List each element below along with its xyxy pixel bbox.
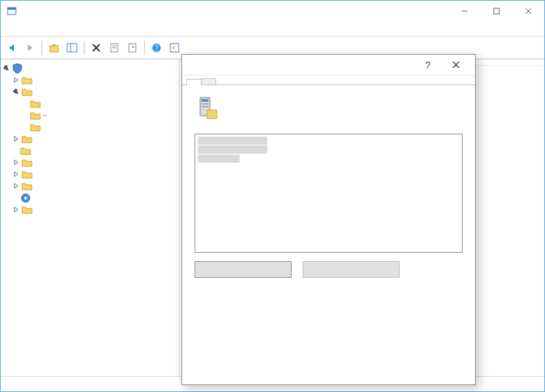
refresh-button[interactable] <box>166 39 183 56</box>
redacted-entry <box>198 136 267 145</box>
menubar <box>1 21 544 37</box>
properties-dialog: ? <box>181 54 476 385</box>
shield-icon <box>12 63 23 74</box>
tab-explain[interactable] <box>201 78 216 84</box>
ipsec-icon <box>20 193 31 204</box>
folder-icon <box>30 98 41 109</box>
expander-icon[interactable] <box>12 76 20 84</box>
tree-node-secopts[interactable] <box>43 127 47 128</box>
dialog-body <box>182 85 475 384</box>
titlebar <box>1 1 544 21</box>
dialog-titlebar: ? <box>182 55 475 75</box>
svg-text:?: ? <box>154 44 159 52</box>
forward-button[interactable] <box>21 39 38 56</box>
tree-node-user-rights[interactable] <box>43 115 47 116</box>
server-icon <box>195 95 220 120</box>
tree-pane <box>1 60 179 376</box>
svg-rect-6 <box>50 46 58 52</box>
redacted-entry <box>198 154 240 163</box>
tree-node-netlist[interactable] <box>33 150 37 152</box>
help-button[interactable]: ? <box>148 39 165 56</box>
export-button[interactable] <box>124 39 141 56</box>
tree-node-root[interactable] <box>25 68 29 69</box>
dialog-close-button[interactable] <box>442 55 470 75</box>
add-user-button[interactable] <box>195 261 292 278</box>
folder-icon <box>21 169 33 180</box>
svg-rect-1 <box>8 8 16 10</box>
tree[interactable] <box>1 60 179 376</box>
svg-rect-3 <box>494 8 499 14</box>
delete-button[interactable] <box>88 39 105 56</box>
tree-node-pubkey[interactable] <box>35 162 39 163</box>
dialog-tabs <box>182 75 475 85</box>
column-header[interactable] <box>468 61 544 66</box>
tree-node-local[interactable] <box>35 91 39 93</box>
svg-rect-26 <box>207 110 217 118</box>
tree-node-firewall[interactable] <box>35 139 39 140</box>
expander-icon[interactable] <box>12 159 20 167</box>
menu-help[interactable] <box>45 28 59 30</box>
folder-icon <box>21 157 33 168</box>
tree-node-softrestrict[interactable] <box>35 174 39 175</box>
dialog-help-button[interactable]: ? <box>414 55 442 75</box>
folder-icon <box>20 145 31 157</box>
maximize-button[interactable] <box>481 1 512 21</box>
folder-icon <box>21 134 33 145</box>
expander-icon[interactable] <box>12 88 20 96</box>
folder-icon <box>30 122 41 133</box>
menu-view[interactable] <box>31 28 45 30</box>
svg-rect-24 <box>202 103 208 105</box>
svg-point-19 <box>24 197 27 199</box>
window-controls <box>449 1 544 21</box>
expander-icon[interactable] <box>12 135 20 143</box>
svg-rect-25 <box>202 106 208 107</box>
svg-rect-23 <box>202 99 208 102</box>
tree-node-appcontrol[interactable] <box>35 186 39 187</box>
tree-node-advaudit[interactable] <box>35 209 39 211</box>
user-list[interactable] <box>195 134 463 253</box>
properties-button[interactable] <box>106 39 123 56</box>
expander-icon[interactable] <box>12 182 20 190</box>
folder-icon <box>21 87 33 98</box>
toolbar-separator <box>84 41 84 55</box>
tab-local-security[interactable] <box>186 79 202 85</box>
toolbar-separator <box>144 41 145 55</box>
folder-icon <box>21 75 33 86</box>
folder-icon <box>21 204 33 215</box>
tree-node-account[interactable] <box>35 80 39 81</box>
expander-icon[interactable] <box>2 64 10 73</box>
menu-file[interactable] <box>3 28 17 30</box>
folder-icon <box>30 110 41 121</box>
menu-action[interactable] <box>17 28 31 30</box>
svg-rect-7 <box>67 44 77 52</box>
app-icon <box>6 6 17 17</box>
tree-node-ipsec[interactable] <box>33 197 37 199</box>
security-settings-list[interactable] <box>468 60 544 376</box>
tree-node-audit[interactable] <box>43 103 47 105</box>
expander-icon[interactable] <box>12 170 20 179</box>
remove-button[interactable] <box>303 261 400 278</box>
expander-icon[interactable] <box>12 206 20 214</box>
back-button[interactable] <box>3 39 20 56</box>
up-button[interactable] <box>46 39 62 56</box>
close-button[interactable] <box>512 1 544 21</box>
toolbar-separator <box>42 41 42 55</box>
redacted-entry <box>198 145 267 154</box>
show-hide-tree-button[interactable] <box>64 39 80 56</box>
minimize-button[interactable] <box>449 1 481 21</box>
folder-icon <box>21 181 33 192</box>
